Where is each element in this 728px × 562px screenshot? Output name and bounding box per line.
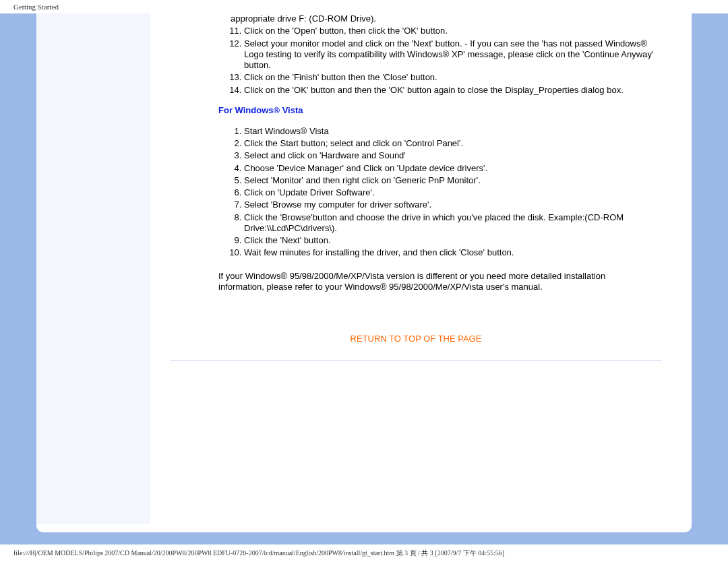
list-item: Wait few minutes for installing the driv… <box>244 247 667 258</box>
list-item: Click on the 'Open' button, then click t… <box>244 26 667 36</box>
content-card: appropriate drive F: (CD-ROM Drive). Cli… <box>36 13 692 532</box>
page-background: appropriate drive F: (CD-ROM Drive). Cli… <box>0 13 728 544</box>
vista-steps-list: Start Windows® Vista Click the Start but… <box>164 126 667 259</box>
frame: appropriate drive F: (CD-ROM Drive). Cli… <box>24 13 704 532</box>
list-item: Select 'Monitor' and then right click on… <box>244 175 667 186</box>
list-item: Start Windows® Vista <box>244 126 667 137</box>
list-item: Select 'Browse my computer for driver so… <box>244 199 667 210</box>
list-item: Click on the 'Finish' button then the 'C… <box>244 72 667 83</box>
list-item: appropriate drive F: (CD-ROM Drive). <box>231 13 667 24</box>
footer-path: file:///H|/OEM MODELS/Philips 2007/CD Ma… <box>13 549 504 557</box>
list-item: Select your monitor model and click on t… <box>244 38 667 71</box>
page-footer: file:///H|/OEM MODELS/Philips 2007/CD Ma… <box>0 544 728 562</box>
xp-steps-list: appropriate drive F: (CD-ROM Drive). Cli… <box>164 13 667 96</box>
vista-heading: For Windows® Vista <box>218 105 667 115</box>
main-content: appropriate drive F: (CD-ROM Drive). Cli… <box>151 13 692 532</box>
divider <box>170 360 662 361</box>
page-header-title: Getting Started <box>13 3 59 11</box>
list-item: Choose 'Device Manager' and Click on 'Up… <box>244 163 667 174</box>
list-item: Click the Start button; select and click… <box>244 138 667 149</box>
list-item: Select and click on 'Hardware and Sound' <box>244 150 667 161</box>
list-item: Click on 'Update Driver Software'. <box>244 187 667 198</box>
return-to-top-link[interactable]: RETURN TO TOP OF THE PAGE <box>164 334 667 344</box>
list-item: Click on the 'OK' button and then the 'O… <box>244 85 667 96</box>
left-sidebar <box>36 13 150 524</box>
footnote-text: If your Windows® 95/98/2000/Me/XP/Vista … <box>218 271 650 294</box>
page-header: Getting Started <box>0 0 728 13</box>
list-item: Click the 'Next' button. <box>244 235 667 246</box>
list-item: Click the 'Browse'button and choose the … <box>244 212 667 235</box>
